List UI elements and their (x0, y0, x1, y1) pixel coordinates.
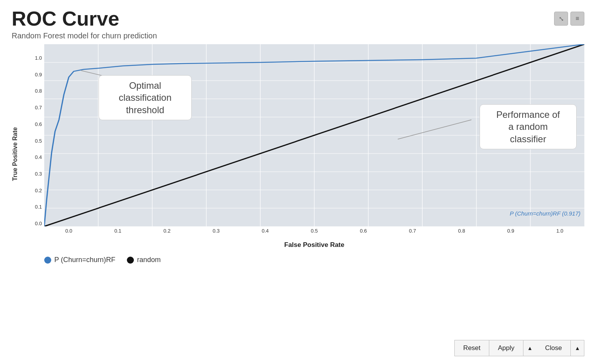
menu-icon-button[interactable]: ≡ (570, 12, 584, 26)
legend-dot-roc (44, 257, 51, 264)
apply-arrow-button[interactable]: ▲ (523, 340, 537, 356)
x-axis-label: False Positive Rate (44, 241, 584, 249)
legend-dot-random (127, 257, 134, 264)
y-tick: 0.7 (21, 94, 44, 110)
y-tick: 0.2 (21, 177, 44, 193)
x-tick: 1.0 (535, 226, 584, 234)
y-axis-label: True Positive Rate (12, 127, 19, 181)
chart-inner: 0.0 0.1 0.2 0.3 0.4 0.5 0.6 0.7 0.8 0.9 … (21, 44, 584, 264)
x-tick: 0.4 (241, 226, 290, 234)
y-ticks: 0.0 0.1 0.2 0.3 0.4 0.5 0.6 0.7 0.8 0.9 … (21, 44, 44, 226)
x-tick: 0.5 (290, 226, 339, 234)
annotation-optimal: Optimalclassificationthreshold (99, 75, 192, 120)
x-tick: 0.1 (94, 226, 143, 234)
y-tick: 1.0 (21, 44, 44, 61)
x-tick: 0.7 (388, 226, 437, 234)
apply-button[interactable]: Apply (489, 340, 523, 356)
legend-area: P (Churn=churn)RF random (44, 256, 584, 264)
annotation-random: Performance ofa randomclassifier (480, 104, 577, 149)
chart-area-container: 0.0 0.1 0.2 0.3 0.4 0.5 0.6 0.7 0.8 0.9 … (21, 44, 584, 238)
x-tick: 0.6 (339, 226, 388, 234)
svg-line-20 (398, 120, 471, 139)
header-icons: ⤡ ≡ (554, 12, 584, 26)
legend-item-roc: P (Churn=churn)RF (44, 256, 115, 264)
y-tick: 0.4 (21, 144, 44, 160)
main-container: ROC Curve Random Forest model for churn … (0, 0, 596, 364)
header-area: ROC Curve Random Forest model for churn … (12, 8, 584, 40)
bottom-toolbar: Reset Apply ▲ Close ▲ (454, 340, 584, 356)
x-tick: 0.0 (44, 226, 94, 234)
title-block: ROC Curve Random Forest model for churn … (12, 8, 157, 40)
y-tick: 0.8 (21, 78, 44, 94)
y-tick: 0.9 (21, 61, 44, 78)
y-tick: 0.3 (21, 160, 44, 177)
chart-subtitle: Random Forest model for churn prediction (12, 31, 157, 40)
y-tick: 0.1 (21, 193, 44, 210)
x-tick: 0.2 (142, 226, 192, 234)
y-tick: 0.5 (21, 127, 44, 144)
x-ticks: 0.0 0.1 0.2 0.3 0.4 0.5 0.6 0.7 0.8 0.9 … (44, 226, 584, 238)
x-tick: 0.3 (192, 226, 241, 234)
y-tick: 0.0 (21, 210, 44, 226)
reset-button[interactable]: Reset (454, 340, 489, 356)
legend-label-roc: P (Churn=churn)RF (54, 256, 115, 264)
auc-label: P (Churn=churn)RF (0.917) (510, 210, 580, 217)
expand-icon-button[interactable]: ⤡ (554, 12, 568, 26)
chart-title: ROC Curve (12, 8, 157, 30)
legend-label-random: random (137, 256, 161, 264)
close-arrow-button[interactable]: ▲ (570, 340, 584, 356)
chart-wrapper: True Positive Rate 0.0 0.1 0.2 0.3 0.4 0… (12, 44, 584, 264)
y-tick: 0.6 (21, 110, 44, 127)
x-tick: 0.8 (437, 226, 486, 234)
close-button[interactable]: Close (537, 340, 570, 356)
x-tick: 0.9 (486, 226, 535, 234)
legend-item-random: random (127, 256, 161, 264)
